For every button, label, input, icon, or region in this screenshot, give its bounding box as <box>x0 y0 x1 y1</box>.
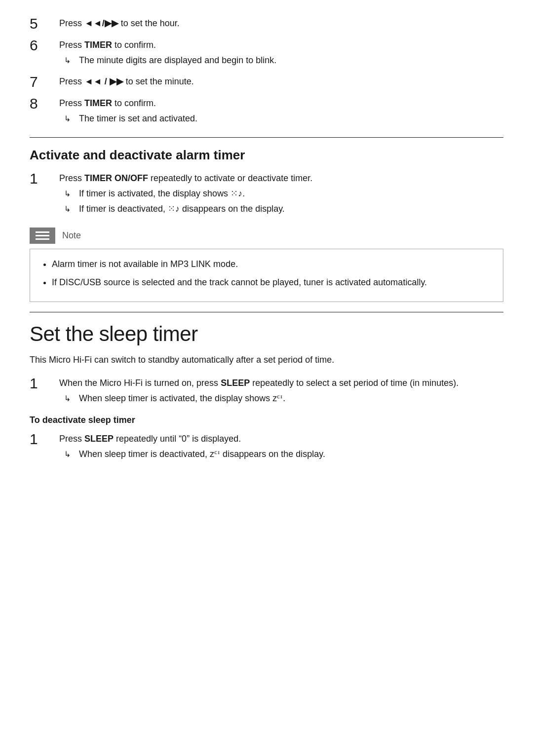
step-5-text-before: Press <box>59 18 84 28</box>
alarm-step-1-text-before: Press <box>59 173 84 183</box>
step-6-text-after: to confirm. <box>112 40 156 50</box>
alarm-sub-2: ↳ If timer is deactivated, ⁙♪ disappears… <box>59 202 503 216</box>
sleep-sub-1: ↳ When sleep timer is activated, the dis… <box>59 392 503 405</box>
deactivate-step-1: 1 Press SLEEP repeatedly until “0” is di… <box>30 430 503 463</box>
alarm-step-1-button: TIMER ON/OFF <box>84 173 148 183</box>
note-bullet-2: If DISC/USB source is selected and the t… <box>52 275 493 290</box>
step-6: 6 Press TIMER to confirm. ↳ The minute d… <box>30 37 503 69</box>
step-6-content: Press TIMER to confirm. ↳ The minute dig… <box>59 37 503 69</box>
alarm-step-1-sub-list: ↳ If timer is activated, the display sho… <box>59 187 503 216</box>
alarm-section: Activate and deactivate alarm timer 1 Pr… <box>30 148 503 218</box>
arrow-icon-1: ↳ <box>64 54 74 67</box>
step-8-number: 8 <box>30 95 59 113</box>
note-icon-line-1 <box>36 231 49 233</box>
alarm-step-1-number: 1 <box>30 170 59 188</box>
step-5-button: ◄◄/▶▶ <box>84 18 118 28</box>
steps-top-list: 5 Press ◄◄/▶▶ to set the hour. 6 Press T… <box>30 15 503 127</box>
sleep-intro-text: This Micro Hi-Fi can switch to standby a… <box>30 353 503 367</box>
deactivate-sub-1: ↳ When sleep timer is deactivated, zᶜᶦ d… <box>59 448 503 461</box>
sleep-step-1-text-after: repeatedly to select a set period of tim… <box>250 378 458 388</box>
step-8-sub-1: ↳ The timer is set and activated. <box>59 112 503 125</box>
deactivate-sleep-heading: To deactivate sleep timer <box>30 415 503 425</box>
sleep-step-1-sub-list: ↳ When sleep timer is activated, the dis… <box>59 392 503 405</box>
divider-2 <box>30 312 503 312</box>
step-7-number: 7 <box>30 73 59 91</box>
arrow-icon-5: ↳ <box>64 392 74 405</box>
step-6-sub-list: ↳ The minute digits are displayed and be… <box>59 54 503 67</box>
deactivate-step-1-number: 1 <box>30 430 59 448</box>
sleep-step-1-content: When the Micro Hi-Fi is turned on, press… <box>59 375 503 407</box>
note-icon <box>30 227 55 244</box>
note-icon-line-3 <box>36 238 49 240</box>
alarm-step-1-content: Press TIMER ON/OFF repeatedly to activat… <box>59 170 503 218</box>
deactivate-sleep-steps-list: 1 Press SLEEP repeatedly until “0” is di… <box>30 430 503 463</box>
sleep-step-1: 1 When the Micro Hi-Fi is turned on, pre… <box>30 375 503 407</box>
deactivate-step-1-button: SLEEP <box>84 434 114 444</box>
step-7-text-after: to set the minute. <box>123 76 194 86</box>
step-8-button: TIMER <box>84 98 112 108</box>
step-8-content: Press TIMER to confirm. ↳ The timer is s… <box>59 95 503 127</box>
step-6-sub-1: ↳ The minute digits are displayed and be… <box>59 54 503 67</box>
alarm-sub-text-2: If timer is deactivated, ⁙♪ disappears o… <box>79 202 285 216</box>
sleep-step-1-text-before: When the Micro Hi-Fi is turned on, press <box>59 378 221 388</box>
alarm-sub-1: ↳ If timer is activated, the display sho… <box>59 187 503 200</box>
note-bullet-list: Alarm timer is not available in MP3 LINK… <box>40 257 493 290</box>
note-icon-line-2 <box>36 235 49 236</box>
note-container: Note Alarm timer is not available in MP3… <box>30 227 503 302</box>
note-label: Note <box>62 230 81 241</box>
step-6-sub-text-1: The minute digits are displayed and begi… <box>79 54 276 67</box>
alarm-steps-list: 1 Press TIMER ON/OFF repeatedly to activ… <box>30 170 503 218</box>
alarm-sub-text-1: If timer is activated, the display shows… <box>79 187 245 200</box>
arrow-icon-3: ↳ <box>64 187 74 200</box>
note-box: Alarm timer is not available in MP3 LINK… <box>30 249 503 302</box>
sleep-sub-text-1: When sleep timer is activated, the displ… <box>79 392 285 405</box>
sleep-steps-list: 1 When the Micro Hi-Fi is turned on, pre… <box>30 375 503 407</box>
step-5-number: 5 <box>30 15 59 33</box>
arrow-icon-4: ↳ <box>64 202 74 215</box>
note-bullet-1: Alarm timer is not available in MP3 LINK… <box>52 257 493 271</box>
deactivate-sub-text-1: When sleep timer is deactivated, zᶜᶦ dis… <box>79 448 325 461</box>
step-8-sub-text-1: The timer is set and activated. <box>79 112 197 125</box>
deactivate-step-1-text-after: repeatedly until “0” is displayed. <box>114 434 241 444</box>
step-7: 7 Press ◄◄ / ▶▶ to set the minute. <box>30 73 503 91</box>
step-5: 5 Press ◄◄/▶▶ to set the hour. <box>30 15 503 33</box>
sleep-section-heading: Set the sleep timer <box>30 322 503 346</box>
alarm-section-heading: Activate and deactivate alarm timer <box>30 148 503 163</box>
step-7-button: ◄◄ / ▶▶ <box>84 76 123 86</box>
arrow-icon-2: ↳ <box>64 112 74 125</box>
sleep-section: Set the sleep timer This Micro Hi-Fi can… <box>30 322 503 463</box>
sleep-step-1-number: 1 <box>30 375 59 392</box>
sleep-step-1-button: SLEEP <box>221 378 250 388</box>
alarm-step-1: 1 Press TIMER ON/OFF repeatedly to activ… <box>30 170 503 218</box>
step-8-text-before: Press <box>59 98 84 108</box>
alarm-step-1-text-after: repeatedly to activate or deactivate tim… <box>148 173 312 183</box>
step-8-sub-list: ↳ The timer is set and activated. <box>59 112 503 125</box>
step-8-text-after: to confirm. <box>112 98 156 108</box>
step-5-content: Press ◄◄/▶▶ to set the hour. <box>59 15 503 30</box>
step-6-button: TIMER <box>84 40 112 50</box>
step-8: 8 Press TIMER to confirm. ↳ The timer is… <box>30 95 503 127</box>
arrow-icon-6: ↳ <box>64 448 74 460</box>
divider-1 <box>30 137 503 138</box>
note-header: Note <box>30 227 503 244</box>
step-6-number: 6 <box>30 37 59 54</box>
deactivate-step-1-sub-list: ↳ When sleep timer is deactivated, zᶜᶦ d… <box>59 448 503 461</box>
step-5-text-after: to set the hour. <box>118 18 180 28</box>
step-6-text-before: Press <box>59 40 84 50</box>
step-7-text-before: Press <box>59 76 84 86</box>
deactivate-step-1-text-before: Press <box>59 434 84 444</box>
deactivate-step-1-content: Press SLEEP repeatedly until “0” is disp… <box>59 430 503 463</box>
step-7-content: Press ◄◄ / ▶▶ to set the minute. <box>59 73 503 88</box>
